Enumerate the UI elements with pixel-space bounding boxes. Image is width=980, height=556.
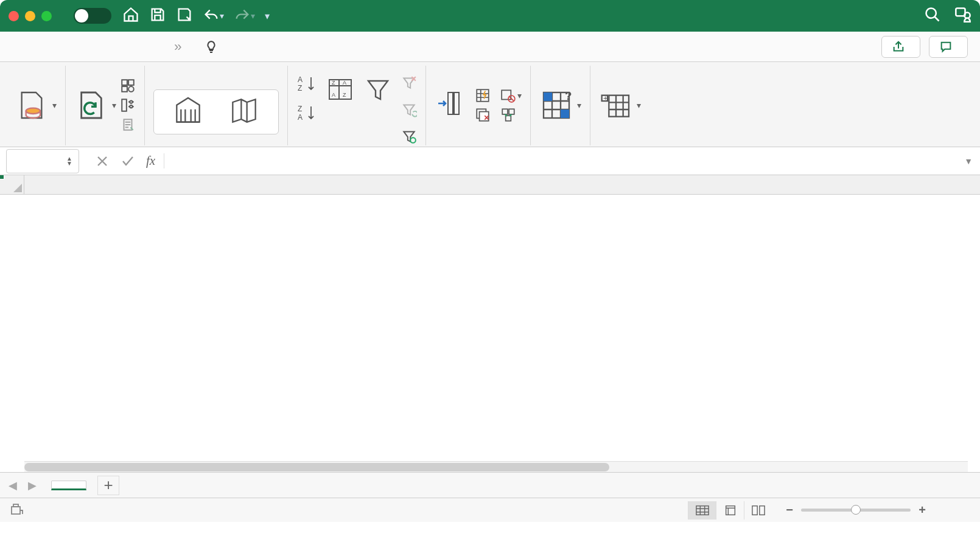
- geography-button[interactable]: [216, 94, 272, 130]
- svg-rect-21: [448, 92, 453, 114]
- remove-duplicates-icon[interactable]: [475, 107, 491, 123]
- select-all-corner[interactable]: [0, 175, 24, 195]
- get-external-data-icon: [15, 88, 49, 122]
- macro-record-icon[interactable]: [10, 502, 24, 519]
- undo-icon[interactable]: ▾: [203, 7, 224, 24]
- autosave: [68, 8, 111, 24]
- svg-text:Z: Z: [332, 80, 335, 86]
- sort-desc-icon[interactable]: ZA: [296, 104, 317, 122]
- svg-text:Z: Z: [298, 105, 302, 113]
- autosave-toggle[interactable]: [74, 8, 111, 24]
- filter-button[interactable]: [363, 75, 393, 108]
- svg-text:A: A: [332, 92, 335, 98]
- stocks-icon: [171, 94, 205, 128]
- add-sheet-button[interactable]: +: [97, 476, 119, 495]
- prev-sheet-icon[interactable]: ◀: [9, 479, 17, 492]
- zoom-controls: − +: [784, 503, 970, 517]
- clear-filter-icon[interactable]: [401, 75, 417, 91]
- svg-rect-42: [752, 506, 757, 515]
- qat-customize-icon[interactable]: ▾: [265, 10, 270, 22]
- redo-icon[interactable]: ▾: [234, 7, 255, 24]
- svg-text:A: A: [343, 80, 346, 86]
- save-icon[interactable]: [149, 6, 166, 26]
- svg-rect-5: [128, 80, 134, 85]
- svg-point-9: [130, 100, 132, 103]
- formula-bar: ▲▼ fx ▼: [0, 147, 980, 175]
- group-data-tools: ▾: [426, 66, 531, 145]
- save-as-icon[interactable]: [176, 6, 193, 26]
- svg-rect-29: [509, 109, 514, 114]
- svg-point-0: [926, 9, 936, 18]
- name-box[interactable]: ▲▼: [6, 149, 79, 173]
- edit-links-icon[interactable]: [120, 117, 136, 133]
- svg-rect-28: [502, 109, 508, 114]
- insert-function-icon[interactable]: fx: [146, 153, 164, 169]
- svg-text:Z: Z: [298, 84, 302, 92]
- svg-rect-6: [122, 86, 127, 92]
- outline-icon: +: [599, 88, 633, 122]
- page-layout-view-button[interactable]: [716, 501, 744, 520]
- enter-formula-icon[interactable]: [121, 154, 135, 169]
- quick-access-toolbar: ▾ ▾ ▾: [122, 6, 270, 26]
- sort-icon: ZAAZ: [326, 75, 355, 104]
- advanced-filter-icon[interactable]: [401, 128, 417, 144]
- svg-text:Z: Z: [343, 92, 346, 98]
- stocks-button[interactable]: [160, 94, 216, 130]
- flash-fill-icon[interactable]: [475, 88, 491, 103]
- sort-button[interactable]: ZAAZ: [326, 75, 355, 108]
- connections-icon[interactable]: [120, 78, 136, 94]
- home-icon[interactable]: [122, 6, 139, 26]
- zoom-in-button[interactable]: +: [917, 503, 928, 517]
- zoom-slider[interactable]: [801, 509, 911, 512]
- data-types-gallery[interactable]: [153, 89, 279, 134]
- minimize-window-button[interactable]: [25, 11, 35, 21]
- filter-icon: [363, 75, 393, 104]
- group-what-if[interactable]: ? ▾: [531, 66, 590, 145]
- group-sort-filter: AZ ZA ZAAZ: [288, 66, 426, 145]
- svg-rect-4: [122, 80, 127, 85]
- reapply-filter-icon[interactable]: [401, 102, 417, 117]
- group-get-external-data[interactable]: ▾: [6, 66, 66, 145]
- text-to-columns-icon: [435, 89, 464, 118]
- svg-point-3: [26, 108, 40, 113]
- svg-rect-32: [544, 92, 552, 101]
- group-refresh-all[interactable]: ▾: [66, 66, 145, 145]
- title-bar: ▾ ▾ ▾: [0, 0, 980, 32]
- zoom-out-button[interactable]: −: [784, 503, 795, 517]
- data-validation-icon[interactable]: [500, 88, 516, 103]
- group-outline[interactable]: + ▾: [590, 66, 649, 145]
- comments-button[interactable]: [929, 36, 968, 58]
- svg-rect-8: [122, 99, 127, 111]
- tabs-overflow-icon[interactable]: ››: [174, 39, 181, 55]
- lightbulb-icon: [204, 38, 219, 55]
- what-if-icon: ?: [539, 88, 573, 122]
- sheet-tab-sheet1[interactable]: [51, 481, 86, 490]
- share-button[interactable]: [881, 36, 920, 58]
- properties-icon[interactable]: [120, 97, 136, 113]
- svg-text:A: A: [298, 75, 303, 84]
- search-icon[interactable]: [924, 6, 941, 26]
- expand-formula-bar-icon[interactable]: ▼: [964, 156, 980, 166]
- ribbon-tabs: ››: [0, 32, 980, 62]
- svg-rect-35: [609, 95, 629, 116]
- text-to-columns-button[interactable]: [435, 89, 464, 122]
- consolidate-icon[interactable]: [500, 107, 516, 123]
- tell-me-search[interactable]: [204, 38, 223, 55]
- ribbon-content: ▾ ▾: [0, 62, 980, 147]
- svg-rect-40: [696, 506, 708, 515]
- maximize-window-button[interactable]: [41, 11, 52, 21]
- svg-rect-41: [726, 506, 735, 515]
- horizontal-scrollbar[interactable]: [24, 461, 968, 472]
- account-icon[interactable]: [954, 6, 971, 26]
- close-window-button[interactable]: [9, 11, 19, 21]
- normal-view-button[interactable]: [688, 501, 716, 520]
- share-icon: [892, 40, 905, 54]
- svg-point-20: [410, 137, 416, 143]
- sort-asc-icon[interactable]: AZ: [296, 75, 317, 93]
- svg-rect-38: [12, 507, 20, 514]
- next-sheet-icon[interactable]: ▶: [28, 479, 37, 492]
- cancel-formula-icon[interactable]: [95, 154, 110, 169]
- page-break-view-button[interactable]: [744, 501, 772, 520]
- spreadsheet-grid[interactable]: [0, 175, 980, 472]
- svg-point-7: [128, 86, 134, 92]
